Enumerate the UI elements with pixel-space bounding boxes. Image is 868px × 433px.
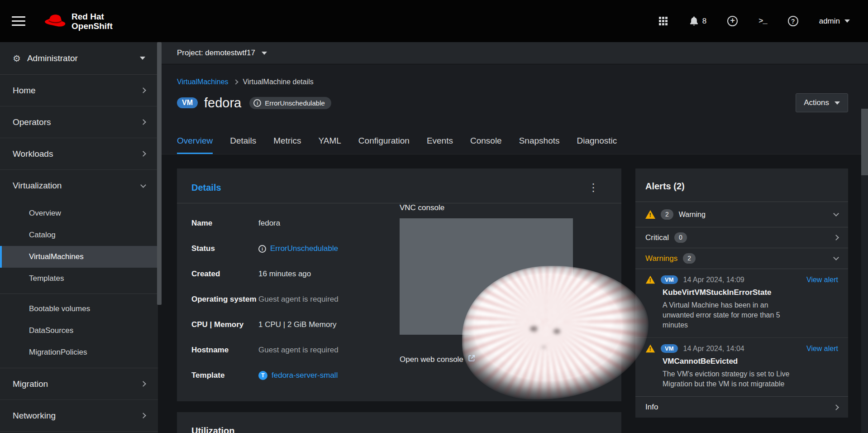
info-circle-icon [258, 245, 266, 253]
breadcrumb-current: VirtualMachine details [243, 78, 314, 86]
tab-details[interactable]: Details [230, 136, 256, 154]
page-header-band: VirtualMachines VirtualMachine details V… [158, 64, 868, 154]
warning-triangle-icon [646, 345, 655, 352]
user-menu[interactable]: admin [819, 17, 850, 26]
tab-metrics[interactable]: Metrics [273, 136, 301, 154]
sidebar-item-workloads[interactable]: Workloads [0, 138, 158, 170]
sidebar-item-migration[interactable]: Migration [0, 368, 158, 400]
alert-item-cannot-be-evicted: VM 14 Apr 2024, 14:04 View alert VMCanno… [635, 337, 848, 396]
meme-eye [530, 326, 538, 332]
project-selector-label: Project: demotestwtf17 [177, 48, 255, 58]
status-badge: ErrorUnschedulable [249, 97, 331, 109]
chevron-right-icon [140, 151, 146, 157]
divider [0, 293, 158, 294]
chevron-right-icon [140, 87, 146, 93]
sidebar-item-operators[interactable]: Operators [0, 106, 158, 138]
username: admin [819, 17, 840, 26]
sidebar-nav: Administrator Home Operators Workloads V… [0, 42, 158, 433]
perspective-switcher[interactable]: Administrator [0, 42, 158, 75]
chevron-down-icon [833, 211, 839, 216]
project-selector[interactable]: Project: demotestwtf17 [158, 42, 868, 64]
sidebar-item-virtualmachines[interactable]: VirtualMachines [0, 246, 158, 268]
virtualization-submenu: Overview Catalog VirtualMachines Templat… [0, 202, 158, 368]
vnc-console-label: VNC console [400, 203, 599, 212]
alert-name: KubeVirtVMStuckInErrorState [663, 288, 838, 297]
sidebar-item-catalog[interactable]: Catalog [0, 224, 158, 246]
status-link[interactable]: ErrorUnschedulable [270, 244, 338, 253]
chevron-right-icon [140, 119, 146, 125]
tab-overview[interactable]: Overview [177, 136, 213, 154]
alert-timestamp: 14 Apr 2024, 14:04 [683, 345, 744, 353]
terminal-icon[interactable] [758, 17, 767, 25]
brand-logo: Red Hat OpenShift [44, 12, 113, 31]
alerts-summary-row[interactable]: 2 Warning [635, 202, 848, 227]
sidebar-item-home[interactable]: Home [0, 75, 158, 106]
chevron-down-icon [833, 255, 839, 260]
sidebar-item-networking[interactable]: Networking [0, 400, 158, 432]
template-link[interactable]: fedora-server-small [272, 371, 338, 380]
tab-diagnostic[interactable]: Diagnostic [577, 136, 617, 154]
vm-kind-badge: VM [661, 344, 678, 353]
sidebar-item-virtualization[interactable]: Virtualization [0, 170, 158, 202]
chevron-right-icon [140, 413, 146, 419]
tab-configuration[interactable]: Configuration [358, 136, 410, 154]
chevron-right-icon [233, 79, 238, 84]
gear-icon [13, 53, 21, 64]
kebab-menu-icon[interactable] [588, 182, 599, 193]
warning-summary-label: Warning [679, 211, 706, 219]
alerts-card: Alerts (2) 2 Warning Critical 0 [635, 168, 848, 418]
alert-description: The VM's eviction strategy is set to Liv… [663, 369, 798, 389]
redhat-fedora-icon [44, 13, 66, 30]
breadcrumb: VirtualMachines VirtualMachine details [158, 64, 868, 86]
import-plus-icon[interactable] [727, 16, 738, 26]
meme-eye [553, 329, 560, 334]
chevron-right-icon [833, 235, 839, 241]
tab-events[interactable]: Events [427, 136, 453, 154]
nav-toggle-icon[interactable] [12, 16, 25, 26]
help-icon[interactable] [788, 16, 798, 26]
warning-triangle-icon [646, 276, 655, 284]
perspective-label: Administrator [27, 53, 78, 63]
chevron-right-icon [140, 381, 146, 387]
alerts-group-info[interactable]: Info [635, 397, 848, 418]
alert-item-stuck-in-error-state: VM 14 Apr 2024, 14:09 View alert KubeVir… [635, 269, 848, 337]
tab-yaml[interactable]: YAML [319, 136, 341, 154]
chevron-down-icon [844, 19, 850, 23]
page-title: fedora [204, 96, 241, 111]
view-alert-link[interactable]: View alert [806, 276, 838, 284]
info-circle-icon [253, 99, 261, 107]
chevron-down-icon [140, 57, 145, 60]
actions-button[interactable]: Actions [796, 93, 848, 112]
alerts-group-warnings[interactable]: Warnings 2 [635, 248, 848, 269]
vm-kind-badge: VM [177, 97, 198, 108]
brand-text: Red Hat OpenShift [72, 12, 113, 31]
notification-count: 8 [702, 17, 706, 26]
alert-timestamp: 14 Apr 2024, 14:09 [683, 276, 744, 284]
app-launcher-icon[interactable] [659, 17, 668, 25]
sidebar-item-datasources[interactable]: DataSources [0, 320, 158, 342]
page-title-row: VM fedora ErrorUnschedulable Actions [177, 93, 848, 112]
view-alert-link[interactable]: View alert [806, 345, 838, 353]
chevron-down-icon [140, 182, 146, 188]
details-card-title[interactable]: Details [191, 183, 221, 193]
sidebar-item-bootable-volumes[interactable]: Bootable volumes [0, 298, 158, 320]
sidebar-item-templates[interactable]: Templates [0, 268, 158, 289]
alert-description: A Virtual Machine has been in an unwante… [663, 300, 798, 330]
scrollbar-thumb[interactable] [861, 109, 868, 175]
tab-console[interactable]: Console [470, 136, 502, 154]
warning-count-badge: 2 [661, 209, 673, 219]
sidebar-item-migrationpolicies[interactable]: MigrationPolicies [0, 342, 158, 363]
breadcrumb-virtualmachines[interactable]: VirtualMachines [177, 78, 229, 86]
alerts-card-title: Alerts (2) [645, 181, 685, 191]
main-scrollbar[interactable] [861, 109, 868, 433]
sidebar-scrollbar[interactable] [157, 42, 162, 305]
tab-snapshots[interactable]: Snapshots [519, 136, 560, 154]
critical-count-badge: 0 [674, 232, 687, 242]
masthead: Red Hat OpenShift 8 admin [0, 0, 868, 42]
warnings-count-badge: 2 [683, 253, 696, 263]
utilization-card-title: Utilization [191, 426, 235, 433]
notifications-bell-icon[interactable]: 8 [689, 16, 706, 26]
tab-bar: Overview Details Metrics YAML Configurat… [177, 136, 868, 154]
sidebar-item-virt-overview[interactable]: Overview [0, 202, 158, 224]
alerts-group-critical[interactable]: Critical 0 [635, 227, 848, 248]
